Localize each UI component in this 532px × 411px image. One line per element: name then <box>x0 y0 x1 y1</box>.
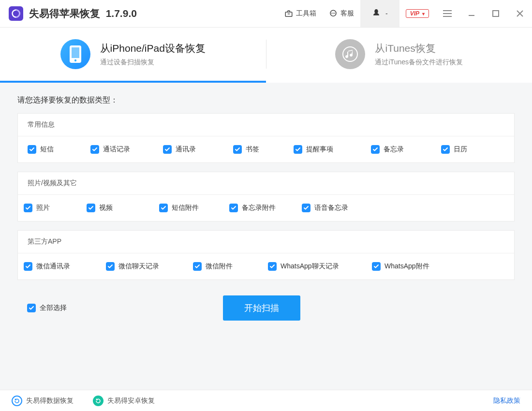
svg-point-8 <box>74 59 76 61</box>
tab-itunes-subtitle: 通过iTunes备份文件进行恢复 <box>375 58 463 67</box>
hamburger-icon <box>443 10 452 17</box>
tab-device-subtitle: 通过设备扫描恢复 <box>100 58 206 67</box>
prompt-text: 请您选择要恢复的数据类型： <box>17 95 515 105</box>
data-type-checkbox[interactable]: 短信 <box>24 145 87 154</box>
group-thirdparty-items: 微信通讯录微信聊天记录微信附件WhatsApp聊天记录WhatsApp附件 <box>18 253 514 279</box>
data-type-checkbox[interactable]: 书签 <box>229 145 290 154</box>
start-scan-button[interactable]: 开始扫描 <box>223 295 300 321</box>
user-silhouette-icon <box>372 8 381 19</box>
checkbox-label: 提醒事项 <box>306 145 333 154</box>
checkbox-icon <box>87 204 95 212</box>
group-thirdparty-title: 第三方APP <box>18 231 514 253</box>
checkbox-label: WhatsApp聊天记录 <box>281 262 339 271</box>
data-type-checkbox[interactable]: 通讯录 <box>159 145 229 154</box>
app-logo-icon <box>9 6 23 21</box>
chat-icon <box>329 9 338 18</box>
checkbox-label: 备忘录附件 <box>242 204 276 212</box>
checkbox-label: 微信聊天记录 <box>118 262 159 271</box>
data-type-checkbox[interactable]: 备忘录 <box>367 145 437 154</box>
checkbox-icon <box>24 262 32 271</box>
group-media-title: 照片/视频及其它 <box>18 172 514 195</box>
checkbox-label: 视频 <box>99 204 113 212</box>
data-type-checkbox[interactable]: 微信聊天记录 <box>106 262 193 271</box>
circle-arrow-icon <box>93 396 103 406</box>
checkbox-label: 通话记录 <box>103 145 130 154</box>
footer-link-data-recovery[interactable]: 失易得数据恢复 <box>12 396 74 406</box>
toolbox-button[interactable]: 工具箱 <box>278 0 323 27</box>
checkbox-icon <box>193 262 202 271</box>
support-button[interactable]: 客服 <box>323 0 360 27</box>
minimize-icon <box>468 10 475 17</box>
checkbox-label: 短信附件 <box>172 204 199 212</box>
menu-button[interactable] <box>435 0 459 27</box>
data-type-checkbox[interactable]: 微信通讯录 <box>24 262 106 271</box>
footer-link-android-recovery[interactable]: 失易得安卓恢复 <box>93 396 155 406</box>
checkbox-icon <box>302 204 310 212</box>
data-type-checkbox[interactable]: WhatsApp聊天记录 <box>268 262 372 271</box>
data-type-checkbox[interactable]: WhatsApp附件 <box>372 262 459 271</box>
titlebar: 失易得苹果恢复 1.7.9.0 工具箱 客服 - VIP▾ <box>0 0 532 28</box>
minimize-button[interactable] <box>459 0 484 27</box>
svg-rect-9 <box>72 47 79 58</box>
data-type-checkbox[interactable]: 备忘录附件 <box>229 204 302 212</box>
checkbox-icon <box>90 145 99 154</box>
active-tab-indicator <box>0 81 266 83</box>
checkbox-label: 书签 <box>246 145 259 154</box>
phone-icon <box>60 39 90 69</box>
checkbox-icon <box>27 304 36 312</box>
checkbox-label: WhatsApp附件 <box>384 262 429 271</box>
select-all-checkbox[interactable]: 全部选择 <box>17 304 67 312</box>
checkbox-label: 照片 <box>36 204 50 212</box>
checkbox-label: 日历 <box>454 145 467 154</box>
close-icon <box>516 10 524 17</box>
vip-button[interactable]: VIP▾ <box>399 0 435 27</box>
data-type-checkbox[interactable]: 日历 <box>437 145 495 154</box>
close-button[interactable] <box>508 0 532 27</box>
toolbox-icon <box>284 9 293 18</box>
footer: 失易得数据恢复 失易得安卓恢复 隐私政策 <box>0 390 532 411</box>
svg-rect-6 <box>493 11 499 16</box>
svg-point-4 <box>333 13 334 14</box>
maximize-icon <box>492 10 499 17</box>
group-common: 常用信息 短信通话记录通讯录书签提醒事项备忘录日历 <box>17 113 515 163</box>
data-type-checkbox[interactable]: 短信附件 <box>159 204 229 212</box>
checkbox-icon <box>106 262 115 271</box>
tab-device-recovery[interactable]: 从iPhone/iPad设备恢复 通过设备扫描恢复 <box>0 28 266 81</box>
checkbox-icon <box>229 204 238 212</box>
data-type-checkbox[interactable]: 微信附件 <box>193 262 268 271</box>
app-title: 失易得苹果恢复 1.7.9.0 <box>29 7 137 20</box>
chevron-down-icon: ▾ <box>422 11 425 16</box>
data-type-checkbox[interactable]: 提醒事项 <box>290 145 367 154</box>
data-type-checkbox[interactable]: 通话记录 <box>87 145 159 154</box>
data-type-checkbox[interactable]: 视频 <box>87 204 159 212</box>
select-all-label: 全部选择 <box>40 304 67 312</box>
checkbox-icon <box>24 204 32 212</box>
checkbox-label: 微信通讯录 <box>36 262 70 271</box>
group-common-items: 短信通话记录通讯录书签提醒事项备忘录日历 <box>18 136 514 162</box>
privacy-link[interactable]: 隐私政策 <box>493 396 520 405</box>
svg-point-5 <box>334 13 335 14</box>
tab-itunes-title: 从iTunes恢复 <box>375 42 463 55</box>
user-button[interactable]: - <box>360 0 399 27</box>
checkbox-icon <box>233 145 242 154</box>
data-type-checkbox[interactable]: 语音备忘录 <box>302 204 379 212</box>
checkbox-icon <box>371 145 380 154</box>
checkbox-icon <box>268 262 277 271</box>
itunes-icon <box>335 39 365 69</box>
circle-arrow-icon <box>12 396 22 406</box>
tab-device-title: 从iPhone/iPad设备恢复 <box>100 42 206 55</box>
checkbox-icon <box>163 145 172 154</box>
data-type-checkbox[interactable]: 照片 <box>24 204 87 212</box>
checkbox-icon <box>372 262 381 271</box>
checkbox-label: 备忘录 <box>384 145 404 154</box>
group-media: 照片/视频及其它 照片视频短信附件备忘录附件语音备忘录 <box>17 172 515 221</box>
checkbox-label: 语音备忘录 <box>314 204 348 212</box>
group-thirdparty: 第三方APP 微信通讯录微信聊天记录微信附件WhatsApp聊天记录WhatsA… <box>17 230 515 280</box>
svg-point-3 <box>331 13 332 14</box>
checkbox-label: 微信附件 <box>206 262 233 271</box>
content-area: 请您选择要恢复的数据类型： 常用信息 短信通话记录通讯录书签提醒事项备忘录日历 … <box>0 83 532 390</box>
group-common-title: 常用信息 <box>18 114 514 136</box>
checkbox-label: 通讯录 <box>176 145 196 154</box>
maximize-button[interactable] <box>484 0 508 27</box>
tab-itunes-recovery[interactable]: 从iTunes恢复 通过iTunes备份文件进行恢复 <box>266 28 532 81</box>
